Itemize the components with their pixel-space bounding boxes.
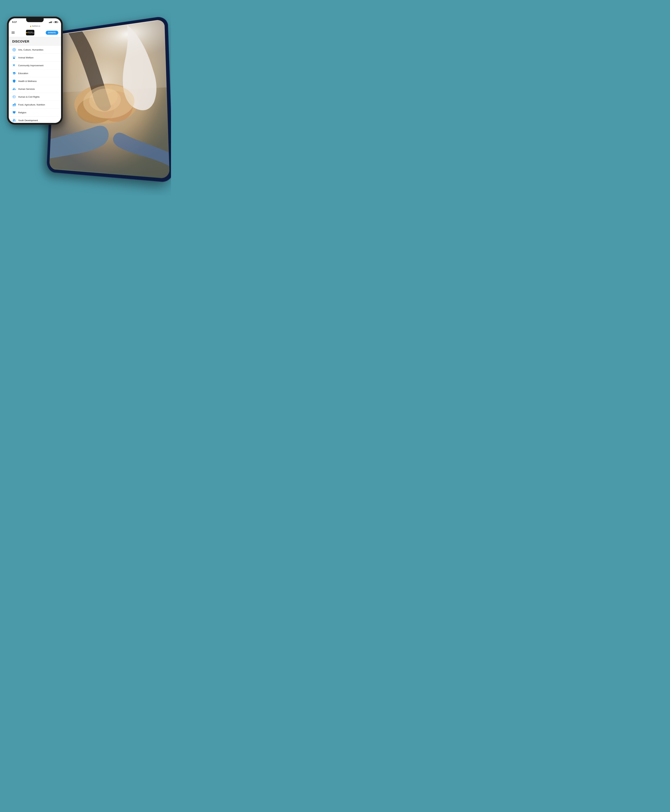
category-item-community[interactable]: Community Improvement (9, 62, 61, 69)
phone-outer: 5:17 ∿ (7, 17, 63, 125)
community-label: Community Improvement (18, 64, 44, 67)
arts-icon (12, 48, 16, 52)
hamburger-line-2 (12, 32, 15, 33)
animal-label: Animal Welfare (18, 56, 34, 59)
religion-label: Religion (18, 111, 26, 114)
category-item-animal[interactable]: Animal Welfare (9, 54, 61, 62)
animal-icon (12, 56, 16, 59)
url-text: 🔒 fanthem.io (30, 25, 40, 27)
status-time: 5:17 (12, 21, 17, 24)
category-item-youth[interactable]: Youth Development (9, 116, 61, 123)
category-list: Arts, Culture, Humanities Animal Welfare (9, 46, 61, 123)
logo-badge: 🤝 BETTER TOGETHER (26, 30, 34, 35)
signal-bar-4 (51, 21, 52, 23)
category-item-human-services[interactable]: Human Services (9, 85, 61, 93)
religion-icon (12, 111, 16, 115)
signal-bars (49, 21, 52, 23)
main-content: DISCOVER Arts, Culture, Humanities (9, 37, 61, 123)
arts-label: Arts, Culture, Humanities (18, 49, 44, 51)
phone-screen: 5:17 ∿ (9, 18, 61, 123)
category-item-civil-rights[interactable]: Human & Civil Rights (9, 93, 61, 101)
category-item-religion[interactable]: Religion (9, 109, 61, 116)
tablet-screen (49, 19, 170, 179)
tablet-outer (46, 15, 171, 183)
phone-device: 5:17 ∿ (7, 17, 63, 125)
education-icon (12, 71, 16, 75)
civil-rights-icon (12, 95, 16, 99)
category-item-health[interactable]: Health & Wellness (9, 77, 61, 85)
hamburger-line-1 (12, 32, 15, 32)
tablet-device (46, 15, 171, 183)
lock-icon: 🔒 (30, 25, 32, 27)
signal-bar-1 (49, 22, 49, 23)
hamburger-menu[interactable] (12, 32, 15, 34)
food-label: Food, Agriculture, Nutrition (18, 103, 45, 106)
nav-bar: 🤝 BETTER TOGETHER DONATE (9, 29, 61, 37)
human-services-label: Human Services (18, 88, 35, 90)
logo-area: 🤝 BETTER TOGETHER (26, 30, 34, 35)
logo-bottom-text: TOGETHER (28, 33, 34, 34)
category-item-education[interactable]: Education (9, 69, 61, 77)
scene: 5:17 ∿ (7, 6, 164, 189)
url-value: fanthem.io (32, 25, 40, 27)
donate-button[interactable]: DONATE (46, 31, 58, 35)
education-label: Education (18, 72, 28, 74)
signal-bar-2 (49, 22, 50, 23)
status-icons: ∿ (49, 21, 58, 23)
food-icon (12, 103, 16, 106)
battery-fill (55, 22, 57, 22)
url-bar: 🔒 fanthem.io (9, 24, 61, 29)
youth-label: Youth Development (18, 119, 38, 122)
hamburger-line-3 (12, 33, 15, 34)
battery-icon (54, 21, 58, 23)
hands-illustration (49, 19, 170, 179)
civil-rights-label: Human & Civil Rights (18, 96, 40, 98)
health-icon (12, 79, 16, 83)
signal-bar-3 (51, 22, 51, 23)
svg-point-11 (15, 119, 15, 119)
phone-notch (26, 18, 44, 22)
community-icon (12, 64, 16, 67)
health-label: Health & Wellness (18, 80, 37, 83)
category-item-food[interactable]: Food, Agriculture, Nutrition (9, 101, 61, 109)
wifi-icon: ∿ (52, 21, 54, 23)
svg-point-12 (13, 119, 14, 119)
tablet-photo (49, 19, 170, 179)
discover-title: DISCOVER (9, 40, 61, 46)
youth-icon (12, 118, 16, 122)
human-services-icon (12, 87, 16, 91)
category-item-arts[interactable]: Arts, Culture, Humanities (9, 46, 61, 54)
